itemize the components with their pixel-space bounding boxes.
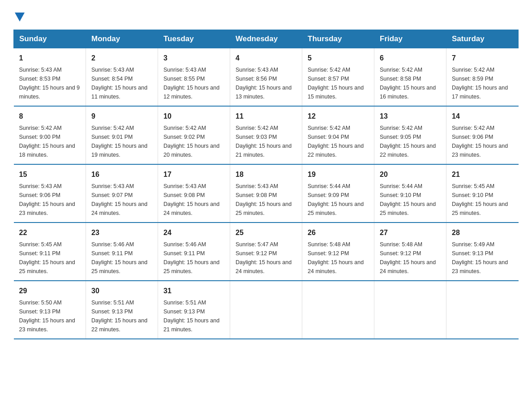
day-info: Sunrise: 5:45 AMSunset: 9:10 PMDaylight:…: [452, 183, 508, 216]
day-info: Sunrise: 5:45 AMSunset: 9:11 PMDaylight:…: [19, 241, 75, 274]
day-number: 23: [91, 227, 152, 238]
day-number: 11: [236, 111, 296, 122]
calendar-cell: 11 Sunrise: 5:42 AMSunset: 9:03 PMDaylig…: [230, 106, 302, 164]
day-number: 4: [236, 53, 296, 64]
day-info: Sunrise: 5:43 AMSunset: 8:56 PMDaylight:…: [236, 67, 292, 100]
calendar-cell: 9 Sunrise: 5:42 AMSunset: 9:01 PMDayligh…: [86, 106, 158, 164]
day-info: Sunrise: 5:42 AMSunset: 8:58 PMDaylight:…: [380, 67, 436, 100]
day-info: Sunrise: 5:46 AMSunset: 9:11 PMDaylight:…: [163, 241, 219, 274]
day-number: 9: [91, 111, 152, 122]
calendar-cell: 25 Sunrise: 5:47 AMSunset: 9:12 PMDaylig…: [230, 223, 302, 281]
calendar-cell: 29 Sunrise: 5:50 AMSunset: 9:13 PMDaylig…: [14, 281, 86, 339]
day-info: Sunrise: 5:43 AMSunset: 9:08 PMDaylight:…: [236, 183, 292, 216]
day-info: Sunrise: 5:43 AMSunset: 8:55 PMDaylight:…: [163, 67, 219, 100]
day-info: Sunrise: 5:43 AMSunset: 9:07 PMDaylight:…: [91, 183, 147, 216]
page-header: [13, 13, 519, 22]
logo-arrow-icon: [15, 13, 25, 23]
day-number: 29: [19, 286, 81, 296]
calendar-cell: 1 Sunrise: 5:43 AMSunset: 8:53 PMDayligh…: [14, 48, 86, 107]
day-number: 17: [163, 169, 224, 180]
day-number: 8: [19, 111, 81, 122]
day-info: Sunrise: 5:43 AMSunset: 9:06 PMDaylight:…: [19, 183, 75, 216]
calendar-cell: 14 Sunrise: 5:42 AMSunset: 9:06 PMDaylig…: [446, 106, 519, 164]
weekday-header-monday: Monday: [86, 30, 158, 48]
day-info: Sunrise: 5:47 AMSunset: 9:12 PMDaylight:…: [236, 241, 292, 274]
calendar-cell: 23 Sunrise: 5:46 AMSunset: 9:11 PMDaylig…: [86, 223, 158, 281]
calendar-week-1: 1 Sunrise: 5:43 AMSunset: 8:53 PMDayligh…: [14, 48, 519, 107]
calendar-cell: 15 Sunrise: 5:43 AMSunset: 9:06 PMDaylig…: [14, 164, 86, 223]
day-info: Sunrise: 5:51 AMSunset: 9:13 PMDaylight:…: [163, 300, 219, 333]
day-number: 5: [308, 53, 369, 64]
calendar-cell: 19 Sunrise: 5:44 AMSunset: 9:09 PMDaylig…: [302, 164, 374, 223]
calendar-cell: 5 Sunrise: 5:42 AMSunset: 8:57 PMDayligh…: [302, 48, 374, 107]
day-number: 2: [91, 53, 152, 64]
day-number: 30: [91, 286, 152, 296]
calendar-cell: 7 Sunrise: 5:42 AMSunset: 8:59 PMDayligh…: [446, 48, 519, 107]
calendar-cell: 13 Sunrise: 5:42 AMSunset: 9:05 PMDaylig…: [374, 106, 446, 164]
day-info: Sunrise: 5:48 AMSunset: 9:12 PMDaylight:…: [308, 241, 364, 274]
day-info: Sunrise: 5:51 AMSunset: 9:13 PMDaylight:…: [91, 300, 147, 333]
weekday-header-thursday: Thursday: [302, 30, 374, 48]
day-number: 20: [380, 169, 441, 180]
weekday-header-row: SundayMondayTuesdayWednesdayThursdayFrid…: [14, 30, 519, 48]
day-number: 14: [452, 111, 513, 122]
day-number: 15: [19, 169, 81, 180]
weekday-header-tuesday: Tuesday: [158, 30, 230, 48]
calendar-cell: 10 Sunrise: 5:42 AMSunset: 9:02 PMDaylig…: [158, 106, 230, 164]
day-number: 27: [380, 227, 441, 238]
day-info: Sunrise: 5:42 AMSunset: 9:06 PMDaylight:…: [452, 125, 508, 158]
day-number: 13: [380, 111, 441, 122]
calendar-cell: 17 Sunrise: 5:43 AMSunset: 9:08 PMDaylig…: [158, 164, 230, 223]
day-info: Sunrise: 5:42 AMSunset: 8:57 PMDaylight:…: [308, 67, 364, 100]
day-info: Sunrise: 5:44 AMSunset: 9:09 PMDaylight:…: [308, 183, 364, 216]
calendar-cell: [230, 281, 302, 339]
day-number: 28: [452, 227, 513, 238]
calendar-cell: [446, 281, 519, 339]
weekday-header-sunday: Sunday: [14, 30, 86, 48]
day-info: Sunrise: 5:42 AMSunset: 9:02 PMDaylight:…: [163, 125, 219, 158]
weekday-header-saturday: Saturday: [446, 30, 519, 48]
day-number: 12: [308, 111, 369, 122]
day-info: Sunrise: 5:44 AMSunset: 9:10 PMDaylight:…: [380, 183, 436, 216]
calendar-cell: 3 Sunrise: 5:43 AMSunset: 8:55 PMDayligh…: [158, 48, 230, 107]
calendar-cell: 28 Sunrise: 5:49 AMSunset: 9:13 PMDaylig…: [446, 223, 519, 281]
calendar-cell: 6 Sunrise: 5:42 AMSunset: 8:58 PMDayligh…: [374, 48, 446, 107]
day-info: Sunrise: 5:42 AMSunset: 9:01 PMDaylight:…: [91, 125, 147, 158]
day-info: Sunrise: 5:42 AMSunset: 9:05 PMDaylight:…: [380, 125, 436, 158]
day-info: Sunrise: 5:46 AMSunset: 9:11 PMDaylight:…: [91, 241, 147, 274]
calendar-cell: 16 Sunrise: 5:43 AMSunset: 9:07 PMDaylig…: [86, 164, 158, 223]
calendar-cell: 22 Sunrise: 5:45 AMSunset: 9:11 PMDaylig…: [14, 223, 86, 281]
day-info: Sunrise: 5:43 AMSunset: 8:54 PMDaylight:…: [91, 67, 147, 100]
calendar-cell: 26 Sunrise: 5:48 AMSunset: 9:12 PMDaylig…: [302, 223, 374, 281]
day-number: 16: [91, 169, 152, 180]
calendar-cell: 18 Sunrise: 5:43 AMSunset: 9:08 PMDaylig…: [230, 164, 302, 223]
calendar-cell: 24 Sunrise: 5:46 AMSunset: 9:11 PMDaylig…: [158, 223, 230, 281]
day-info: Sunrise: 5:50 AMSunset: 9:13 PMDaylight:…: [19, 300, 75, 333]
calendar-week-2: 8 Sunrise: 5:42 AMSunset: 9:00 PMDayligh…: [14, 106, 519, 164]
day-info: Sunrise: 5:42 AMSunset: 9:00 PMDaylight:…: [19, 125, 75, 158]
calendar-week-4: 22 Sunrise: 5:45 AMSunset: 9:11 PMDaylig…: [14, 223, 519, 281]
day-info: Sunrise: 5:42 AMSunset: 9:03 PMDaylight:…: [236, 125, 292, 158]
calendar-cell: 12 Sunrise: 5:42 AMSunset: 9:04 PMDaylig…: [302, 106, 374, 164]
day-number: 18: [236, 169, 296, 180]
calendar-cell: [302, 281, 374, 339]
calendar-week-3: 15 Sunrise: 5:43 AMSunset: 9:06 PMDaylig…: [14, 164, 519, 223]
logo: [13, 13, 25, 22]
svg-marker-0: [15, 13, 25, 21]
day-number: 26: [308, 227, 369, 238]
weekday-header-wednesday: Wednesday: [230, 30, 302, 48]
calendar-cell: 31 Sunrise: 5:51 AMSunset: 9:13 PMDaylig…: [158, 281, 230, 339]
day-number: 6: [380, 53, 441, 64]
day-info: Sunrise: 5:42 AMSunset: 9:04 PMDaylight:…: [308, 125, 364, 158]
day-number: 21: [452, 169, 513, 180]
calendar-week-5: 29 Sunrise: 5:50 AMSunset: 9:13 PMDaylig…: [14, 281, 519, 339]
calendar-cell: 21 Sunrise: 5:45 AMSunset: 9:10 PMDaylig…: [446, 164, 519, 223]
day-number: 31: [163, 286, 224, 296]
day-info: Sunrise: 5:42 AMSunset: 8:59 PMDaylight:…: [452, 67, 508, 100]
calendar-body: 1 Sunrise: 5:43 AMSunset: 8:53 PMDayligh…: [14, 48, 519, 339]
day-number: 19: [308, 169, 369, 180]
day-info: Sunrise: 5:48 AMSunset: 9:12 PMDaylight:…: [380, 241, 436, 274]
weekday-header-friday: Friday: [374, 30, 446, 48]
calendar-cell: 20 Sunrise: 5:44 AMSunset: 9:10 PMDaylig…: [374, 164, 446, 223]
day-info: Sunrise: 5:49 AMSunset: 9:13 PMDaylight:…: [452, 241, 508, 274]
